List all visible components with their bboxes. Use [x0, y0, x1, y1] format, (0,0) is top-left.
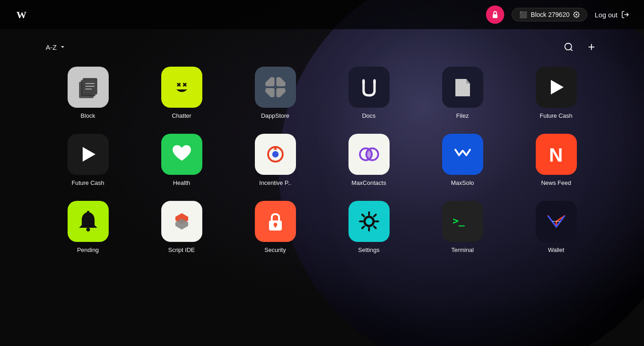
- newsfeed-app-icon: N: [543, 141, 570, 168]
- svg-point-35: [366, 148, 372, 160]
- app-label-block: Block: [81, 112, 95, 119]
- svg-rect-1: [493, 14, 498, 18]
- svg-point-2: [575, 14, 577, 16]
- svg-line-52: [362, 226, 364, 228]
- header-right: ⬛ Block 279620 Log out: [486, 5, 629, 24]
- svg-line-50: [374, 226, 375, 228]
- filez-app-icon: [449, 73, 476, 101]
- app-item-maxcontacts[interactable]: MaxContacts: [327, 134, 411, 186]
- app-label-terminal: Terminal: [451, 246, 474, 253]
- svg-text:N: N: [549, 144, 563, 166]
- app-item-incentive[interactable]: Incentive P..: [233, 134, 317, 186]
- app-icon-chatter: [161, 67, 202, 108]
- app-item-security[interactable]: Security: [233, 201, 317, 253]
- svg-point-32: [272, 151, 279, 157]
- search-icon: [564, 42, 574, 52]
- app-icon-maxcontacts: [348, 134, 390, 175]
- lock-icon: [491, 10, 499, 19]
- app-label-wallet: Wallet: [548, 246, 565, 253]
- app-item-future-cash-1[interactable]: Future Cash: [514, 67, 598, 119]
- dappstore-app-icon: [262, 73, 289, 101]
- app-label-future-cash-1: Future Cash: [540, 112, 573, 119]
- app-label-future-cash-2: Future Cash: [72, 179, 105, 186]
- search-button[interactable]: [562, 40, 575, 54]
- app-item-chatter[interactable]: Chatter: [139, 67, 224, 119]
- app-item-health[interactable]: Health: [139, 134, 224, 186]
- app-icon-dappstore: [255, 67, 296, 108]
- app-icon-maxsolo: [442, 134, 483, 175]
- app-grid: Block Chatter: [46, 63, 598, 253]
- app-icon-health: [161, 134, 202, 175]
- wallet-app-icon: [543, 208, 570, 235]
- block-cube-icon: ⬛: [519, 11, 527, 18]
- pending-app-icon: [74, 208, 102, 235]
- sort-button[interactable]: A-Z: [46, 43, 66, 51]
- app-item-block[interactable]: Block: [46, 67, 130, 119]
- app-label-settings: Settings: [358, 246, 380, 253]
- svg-marker-30: [83, 147, 95, 162]
- app-icon-security: [255, 201, 296, 242]
- app-icon-pending: [68, 201, 109, 242]
- app-label-dappstore: DappStore: [261, 112, 289, 119]
- svg-text:>_: >_: [453, 215, 465, 226]
- main-content: A-Z: [0, 29, 644, 253]
- app-item-scriptide[interactable]: Script IDE: [139, 201, 224, 253]
- app-item-dappstore[interactable]: DappStore: [233, 67, 317, 119]
- block-app-icon: [74, 73, 102, 101]
- app-icon-block: [68, 67, 109, 108]
- svg-rect-36: [453, 146, 473, 163]
- terminal-app-icon: >_: [449, 208, 476, 235]
- incentive-app-icon: [262, 141, 289, 168]
- security-app-icon: [262, 208, 289, 235]
- app-icon-future-cash-1: [536, 67, 577, 108]
- block-settings-icon: [573, 11, 580, 18]
- svg-point-14: [174, 79, 190, 95]
- app-label-newsfeed: News Feed: [541, 179, 571, 186]
- svg-point-39: [87, 211, 90, 214]
- app-icon-settings: [348, 201, 390, 242]
- svg-marker-29: [551, 80, 564, 94]
- header: W ⬛ Block 279620 Log out: [0, 0, 644, 29]
- svg-rect-42: [274, 225, 276, 227]
- logout-button[interactable]: Log out: [595, 10, 629, 19]
- logo-icon: W: [15, 6, 31, 23]
- app-item-newsfeed[interactable]: N News Feed: [514, 134, 598, 186]
- app-label-security: Security: [264, 246, 286, 253]
- chevron-down-icon: [59, 44, 66, 50]
- logo: W: [15, 6, 31, 23]
- add-button[interactable]: [585, 40, 598, 54]
- app-item-settings[interactable]: Settings: [327, 201, 411, 253]
- svg-line-49: [362, 215, 364, 216]
- settings-app-icon: [355, 208, 383, 235]
- app-item-pending[interactable]: Pending: [46, 201, 130, 253]
- app-item-wallet[interactable]: Wallet: [514, 201, 598, 253]
- app-item-filez[interactable]: Filez: [420, 67, 505, 119]
- svg-point-4: [565, 43, 572, 50]
- app-item-terminal[interactable]: >_ Terminal: [420, 201, 505, 253]
- logout-label: Log out: [595, 11, 618, 19]
- app-icon-docs: [348, 67, 390, 108]
- maxsolo-app-icon: [449, 141, 476, 168]
- lock-button[interactable]: [486, 5, 504, 24]
- future-cash-2-app-icon: [74, 141, 102, 168]
- app-icon-scriptide: [161, 201, 202, 242]
- app-icon-future-cash-2: [68, 134, 109, 175]
- chatter-app-icon: [168, 73, 195, 101]
- app-item-docs[interactable]: Docs: [327, 67, 411, 119]
- plus-icon: [586, 42, 596, 52]
- block-badge: ⬛ Block 279620: [512, 8, 587, 21]
- svg-point-44: [367, 220, 371, 223]
- app-item-maxsolo[interactable]: MaxSolo: [420, 134, 505, 186]
- app-item-future-cash-2[interactable]: Future Cash: [46, 134, 130, 186]
- app-icon-newsfeed: N: [536, 134, 577, 175]
- app-label-pending: Pending: [77, 246, 99, 253]
- svg-text:W: W: [16, 9, 26, 21]
- docs-app-icon: [355, 73, 383, 101]
- svg-line-5: [570, 49, 572, 51]
- app-label-maxcontacts: MaxContacts: [352, 179, 386, 186]
- app-icon-wallet: [536, 201, 577, 242]
- app-label-maxsolo: MaxSolo: [451, 179, 474, 186]
- app-label-scriptide: Script IDE: [168, 246, 195, 253]
- app-icon-incentive: [255, 134, 296, 175]
- svg-line-51: [374, 215, 375, 216]
